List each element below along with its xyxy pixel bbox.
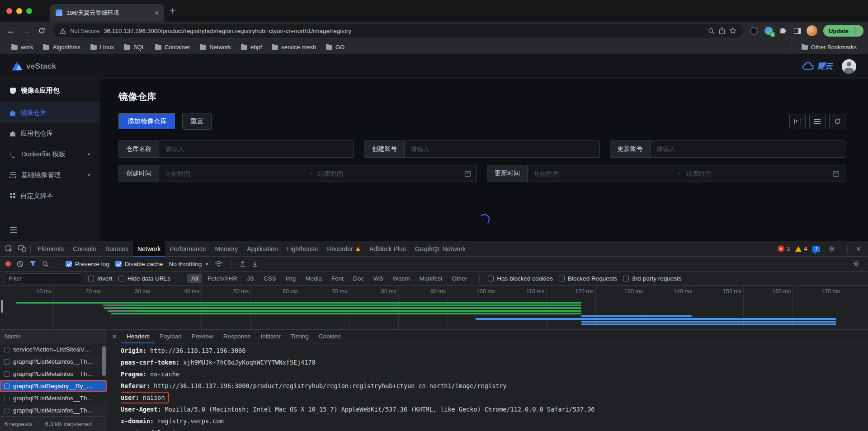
network-request-row[interactable]: graphql?ListMetaInfos__Th… (0, 368, 107, 380)
waterfall-bar[interactable] (124, 305, 582, 306)
devtools-tab[interactable]: Performance (165, 241, 210, 257)
waterfall-bar[interactable] (108, 310, 133, 312)
list-view-button[interactable] (809, 114, 826, 129)
new-tab-button[interactable]: + (170, 5, 176, 17)
request-checkbox[interactable] (4, 396, 9, 401)
network-request-row[interactable]: graphql?ListMetaInfos__Th… (0, 356, 107, 368)
inspect-element-icon[interactable] (3, 243, 15, 255)
side-panel-icon[interactable] (792, 25, 803, 37)
profile-avatar[interactable] (806, 25, 818, 37)
detail-tab[interactable]: Initiator (256, 330, 286, 343)
devtools-settings-icon[interactable] (826, 243, 838, 255)
request-checkbox[interactable] (4, 384, 9, 389)
bookmark-star-icon[interactable] (729, 27, 736, 34)
network-request-row[interactable]: graphql?ListMetaInfos__Th… (0, 404, 107, 416)
network-request-row[interactable]: graphql?ListRegistry__Ry_… (0, 380, 107, 392)
filter-input[interactable] (159, 145, 354, 153)
user-avatar[interactable] (842, 59, 856, 74)
devtools-tab[interactable]: Sources (101, 241, 133, 257)
request-type-chip[interactable]: CSS (259, 274, 280, 283)
fullscreen-window-button[interactable] (26, 8, 32, 14)
checkbox-icon[interactable] (88, 276, 94, 281)
network-search-icon[interactable] (42, 258, 49, 270)
devtools-tab[interactable]: Console (68, 241, 100, 257)
device-toolbar-icon[interactable] (15, 243, 28, 255)
record-network-log-button[interactable] (5, 261, 11, 267)
network-request-row[interactable]: graphql?ListMetaInfos__Th… (0, 392, 107, 404)
sidebar-collapse-button[interactable] (10, 226, 17, 234)
bookmark-folder[interactable]: Linux (86, 42, 118, 52)
waterfall-bar[interactable] (103, 305, 124, 306)
checkbox-icon[interactable] (623, 276, 629, 281)
name-column-header[interactable]: Name (0, 330, 107, 343)
request-checkbox[interactable] (4, 408, 9, 413)
devtools-tab[interactable]: Application (242, 241, 283, 257)
extensions-puzzle-icon[interactable] (777, 25, 789, 37)
request-checkbox[interactable] (4, 359, 9, 365)
zoom-icon[interactable] (708, 28, 715, 34)
start-date-input[interactable] (528, 170, 678, 177)
close-details-icon[interactable]: × (107, 332, 122, 341)
refresh-button[interactable] (829, 114, 845, 129)
request-type-chip[interactable]: Doc (349, 274, 368, 283)
filter-checkbox[interactable]: Invert (88, 275, 113, 282)
requests-scrollbar-thumb[interactable] (102, 346, 106, 376)
start-date-input[interactable] (159, 170, 310, 177)
detail-tab[interactable]: Timing (286, 330, 314, 343)
devtools-tab[interactable]: Memory (211, 241, 243, 257)
detail-tab[interactable]: Cookies (314, 330, 346, 343)
detail-tab[interactable]: Payload (155, 330, 187, 343)
request-type-chip[interactable]: All (187, 274, 202, 283)
bookmark-folder[interactable]: Network (196, 42, 235, 52)
sidebar-item[interactable]: 应用包仓库 ▾ (0, 123, 100, 144)
filter-checkbox[interactable]: Blocked Requests (559, 275, 617, 282)
devtools-tab[interactable]: Network (133, 241, 165, 257)
bookmark-folder[interactable]: service mesh (268, 42, 320, 52)
waterfall-bar[interactable] (16, 302, 581, 304)
waterfall-bar[interactable] (581, 323, 836, 325)
reset-button[interactable]: 重置 (182, 113, 212, 130)
request-type-chip[interactable]: Wasm (389, 274, 414, 283)
waterfall-scrollbar-thumb[interactable] (1, 300, 3, 313)
checkbox-icon[interactable] (488, 276, 494, 281)
calendar-icon[interactable] (464, 170, 471, 177)
request-type-chip[interactable]: Fetch/XHR (203, 274, 241, 283)
devtools-menu-icon[interactable]: ⋮ (844, 245, 850, 253)
devtools-tab[interactable]: Lighthouse (283, 241, 323, 257)
omnibox[interactable]: Not Secure 36.110.137.196:3000/product/r… (53, 24, 743, 37)
bookmark-folder[interactable]: Algorithms (39, 42, 84, 52)
warnings-badge[interactable]: 4 (795, 245, 807, 252)
filter-input[interactable] (405, 145, 599, 153)
filter-checkbox[interactable]: Hide data URLs (118, 275, 170, 282)
network-settings-gear-icon[interactable] (850, 258, 863, 270)
minimize-window-button[interactable] (16, 8, 22, 14)
checkbox-icon[interactable] (118, 276, 124, 281)
extension-icon-dark[interactable] (748, 25, 760, 37)
sidebar-item[interactable]: 镜像仓库 ▾ (0, 102, 100, 123)
toolbar-checkbox[interactable]: Preserve log (66, 261, 109, 267)
security-label[interactable]: Not Secure (70, 28, 99, 34)
request-checkbox[interactable] (4, 371, 9, 377)
checkbox-icon[interactable] (559, 276, 565, 281)
card-view-button[interactable] (789, 114, 806, 129)
sidebar-section-title[interactable]: 镜像&应用包 (0, 79, 100, 102)
filter-checkbox[interactable]: Has blocked cookies (488, 275, 553, 282)
add-registry-button[interactable]: 添加镜像仓库 (118, 113, 176, 130)
browser-menu-icon[interactable]: ⋮ (852, 27, 858, 34)
network-conditions-wifi-icon[interactable] (215, 258, 223, 270)
network-filter-input[interactable] (5, 273, 82, 283)
filter-checkbox[interactable]: 3rd-party requests (623, 275, 682, 282)
back-icon[interactable]: ← (5, 24, 17, 37)
url-text[interactable]: 36.110.137.196:3000/product/registryhub/… (104, 28, 704, 34)
devtools-tab[interactable]: Elements (33, 241, 68, 257)
sidebar-item[interactable]: 基础镜像管理 ▾ (0, 164, 100, 185)
update-button[interactable]: Update ⋮ (823, 25, 863, 37)
request-type-chip[interactable]: Media (301, 274, 326, 283)
bookmark-folder[interactable]: Container (151, 42, 194, 52)
sidebar-item[interactable]: Dockerfile 模板 ▾ (0, 144, 100, 164)
request-type-chip[interactable]: Other (448, 274, 472, 283)
filter-input[interactable] (651, 145, 845, 153)
detail-tab[interactable]: Preview (187, 330, 218, 343)
other-bookmarks[interactable]: Other Bookmarks (792, 42, 861, 52)
request-type-chip[interactable]: JS (243, 274, 258, 283)
